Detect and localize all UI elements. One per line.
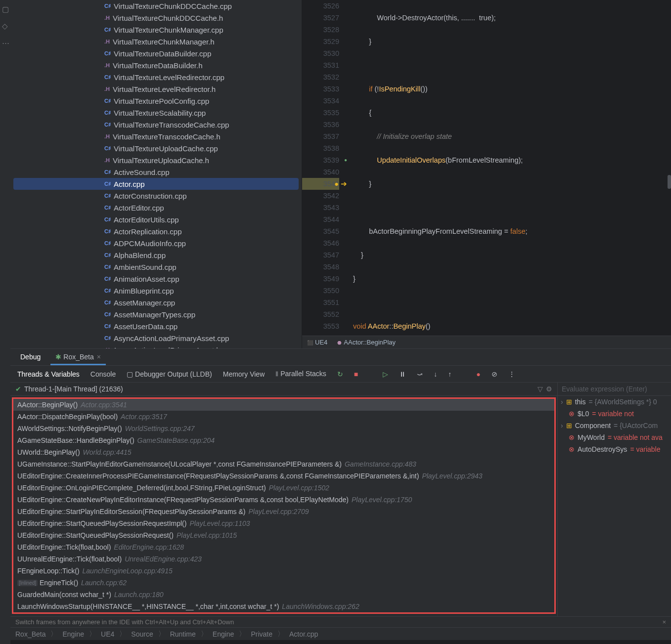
code-body[interactable]: World->DestroyActor(this, ....... true);…: [349, 0, 671, 336]
function-pill[interactable]: AActor::BeginPlay: [344, 339, 396, 346]
view-breakpoints-icon[interactable]: ●: [476, 370, 480, 378]
tree-item[interactable]: C♯ActiveSound.cpp: [10, 166, 302, 178]
stack-frames[interactable]: AActor::BeginPlay()Actor.cpp:3541AActor:…: [12, 397, 556, 614]
stack-frame[interactable]: UGameInstance::StartPlayInEditorGameInst…: [13, 458, 554, 470]
crumb[interactable]: Source: [129, 630, 155, 638]
stack-frame[interactable]: LaunchWindowsStartup(HINSTANCE__ *,HINST…: [13, 601, 554, 612]
btn-memory-view[interactable]: Memory View: [223, 370, 265, 378]
stack-frame[interactable]: UEditorEngine::StartQueuedPlaySessionReq…: [13, 517, 554, 529]
breadcrumb[interactable]: Rox_Beta〉Engine〉UE4〉Source〉Runtime〉Engin…: [10, 627, 671, 640]
crumb[interactable]: Rox_Beta: [13, 630, 47, 638]
pause-icon[interactable]: ⏸: [399, 370, 406, 378]
tree-item[interactable]: C♯AmbientSound.cpp: [10, 261, 302, 273]
tree-item[interactable]: .HVirtualTextureTranscodeCache.h: [10, 130, 302, 142]
stack-frame[interactable]: AActor::DispatchBeginPlay(bool)Actor.cpp…: [13, 411, 554, 423]
tree-item[interactable]: .HVirtualTextureDataBuilder.h: [10, 59, 302, 71]
thread-selector[interactable]: ✔ Thread-1-[Main Thread] (21636) ▽ ⚙: [10, 383, 557, 396]
stack-frame[interactable]: GuardedMain(const wchar_t *)Launch.cpp:1…: [13, 589, 554, 601]
btn-parallel-stacks[interactable]: ⦀ Parallel Stacks: [275, 370, 326, 378]
file-tree[interactable]: C♯VirtualTextureChunkDDCCache.cpp.HVirtu…: [10, 0, 302, 348]
stack-frame[interactable]: UUnrealEdEngine::Tick(float,bool)UnrealE…: [13, 553, 554, 565]
variable-row[interactable]: ⊗MyWorld = variable not ava: [558, 431, 671, 443]
cpp-file-icon: C♯: [104, 145, 111, 152]
tree-item[interactable]: .HVirtualTextureUploadCache.h: [10, 154, 302, 166]
tree-item[interactable]: C♯AsyncActionLoadPrimaryAsset.cpp: [10, 332, 302, 344]
stack-frame[interactable]: UEditorEngine::StartQueuedPlaySessionReq…: [13, 529, 554, 541]
stack-frame[interactable]: AWorldSettings::NotifyBeginPlay()WorldSe…: [13, 423, 554, 434]
stack-frame[interactable]: UEditorEngine::CreateNewPlayInEditorInst…: [13, 494, 554, 506]
tree-item[interactable]: C♯ActorReplication.cpp: [10, 225, 302, 237]
tree-item[interactable]: C♯AssetManager.cpp: [10, 297, 302, 308]
stack-frame[interactable]: UEditorEngine::OnLoginPIEComplete_Deferr…: [13, 482, 554, 494]
step-into-icon[interactable]: ↓: [434, 370, 437, 378]
settings-icon[interactable]: ⚙: [546, 385, 552, 393]
tree-item[interactable]: C♯VirtualTextureScalability.cpp: [10, 107, 302, 119]
hint-bar: Switch frames from anywhere in the IDE w…: [10, 616, 671, 627]
rerun-icon[interactable]: ↻: [337, 370, 343, 378]
project-pill[interactable]: UE4: [315, 339, 327, 346]
btn-console[interactable]: Console: [90, 370, 116, 378]
tree-item[interactable]: C♯VirtualTextureUploadCache.cpp: [10, 142, 302, 154]
stack-frame[interactable]: AGameStateBase::HandleBeginPlay()GameSta…: [13, 434, 554, 446]
stack-frame[interactable]: UEditorEngine::CreateInnerProcessPIEGame…: [13, 470, 554, 482]
header-file-icon: .H: [104, 157, 110, 163]
tree-item[interactable]: C♯VirtualTextureChunkManager.cpp: [10, 24, 302, 36]
tree-item[interactable]: C♯AssetUserData.cpp: [10, 320, 302, 332]
tree-item[interactable]: .HAsyncActionLoadPrimaryAsset.h: [10, 344, 302, 348]
tree-item[interactable]: C♯ActorConstruction.cpp: [10, 190, 302, 202]
crumb[interactable]: Runtime: [168, 630, 198, 638]
tree-item[interactable]: C♯AssetManagerTypes.cpp: [10, 308, 302, 320]
cpp-file-icon: C♯: [104, 181, 111, 187]
stack-frame[interactable]: UEditorEngine::StartPlayInEditorSession(…: [13, 506, 554, 517]
context-bar: ⬛UE4 ⬣AActor::BeginPlay: [302, 336, 671, 348]
tree-item[interactable]: C♯VirtualTexturePoolConfig.cpp: [10, 95, 302, 107]
tree-item[interactable]: C♯AnimationAsset.cpp: [10, 273, 302, 285]
variable-row[interactable]: ›⊞Component = {UActorCom: [558, 420, 671, 431]
tree-item[interactable]: C♯AlphaBlend.cpp: [10, 249, 302, 261]
close-hint-icon[interactable]: ×: [662, 618, 666, 626]
crumb[interactable]: Actor.cpp: [287, 630, 320, 638]
tree-item[interactable]: C♯ActorEditorUtils.cpp: [10, 214, 302, 225]
stack-frame[interactable]: [Inlined]EngineTick()Launch.cpp:62: [13, 577, 554, 589]
resume-icon[interactable]: ▷: [383, 370, 388, 378]
tree-item[interactable]: .HVirtualTextureChunkDDCCache.h: [10, 12, 302, 24]
evaluate-input[interactable]: Evaluate expression (Enter): [558, 383, 671, 396]
stack-frame[interactable]: FEngineLoop::Tick()LaunchEngineLoop.cpp:…: [13, 565, 554, 577]
stack-frame[interactable]: UEditorEngine::Tick(float,bool)EditorEng…: [13, 541, 554, 553]
tree-item[interactable]: C♯VirtualTextureLevelRedirector.cpp: [10, 71, 302, 83]
debug-tabs: Debug ✱Rox_Beta×: [10, 348, 671, 365]
step-out-icon[interactable]: ↑: [448, 370, 451, 378]
filter-icon[interactable]: ▽: [537, 385, 543, 393]
btn-threads-vars[interactable]: Threads & Variables: [17, 370, 80, 378]
crumb[interactable]: Engine: [211, 630, 236, 638]
tree-item[interactable]: C♯Actor.cpp: [13, 178, 299, 190]
close-icon[interactable]: ×: [97, 353, 101, 361]
project-icon[interactable]: ▢: [2, 5, 9, 12]
stack-frame[interactable]: UWorld::BeginPlay()World.cpp:4415: [13, 446, 554, 458]
tree-item[interactable]: C♯VirtualTextureChunkDDCCache.cpp: [10, 0, 302, 12]
variable-row[interactable]: ⊗$L0 = variable not: [558, 408, 671, 420]
header-file-icon: .H: [104, 39, 110, 44]
more-icon[interactable]: ⋯: [2, 39, 9, 45]
crumb[interactable]: Engine: [60, 630, 86, 638]
tree-item[interactable]: C♯ADPCMAudioInfo.cpp: [10, 237, 302, 249]
step-over-icon[interactable]: ⤻: [417, 370, 423, 378]
tab-debug[interactable]: Debug: [15, 350, 45, 365]
variable-row[interactable]: ›⊞this = {AWorldSettings *} 0: [558, 396, 671, 408]
tree-item[interactable]: C♯VirtualTextureTranscodeCache.cpp: [10, 119, 302, 130]
crumb[interactable]: UE4: [99, 630, 116, 638]
tree-item[interactable]: .HVirtualTextureLevelRedirector.h: [10, 83, 302, 95]
btn-debugger-output[interactable]: ▢ Debugger Output (LLDB): [127, 370, 212, 378]
commit-icon[interactable]: ◇: [2, 22, 9, 29]
tree-item[interactable]: C♯ActorEditor.cpp: [10, 202, 302, 214]
stop-icon[interactable]: ■: [354, 370, 358, 378]
tree-item[interactable]: C♯VirtualTextureDataBuilder.cpp: [10, 47, 302, 59]
tree-item[interactable]: C♯AnimBlueprint.cpp: [10, 285, 302, 297]
stack-frame[interactable]: AActor::BeginPlay()Actor.cpp:3541: [13, 399, 554, 411]
more-actions-icon[interactable]: ⋮: [508, 370, 515, 378]
variable-row[interactable]: ⊗AutoDestroySys = variable: [558, 443, 671, 455]
tab-run-config[interactable]: ✱Rox_Beta×: [50, 350, 106, 365]
mute-breakpoints-icon[interactable]: ⊘: [492, 370, 497, 378]
crumb[interactable]: Private: [249, 630, 274, 638]
tree-item[interactable]: .HVirtualTextureChunkManager.h: [10, 36, 302, 47]
